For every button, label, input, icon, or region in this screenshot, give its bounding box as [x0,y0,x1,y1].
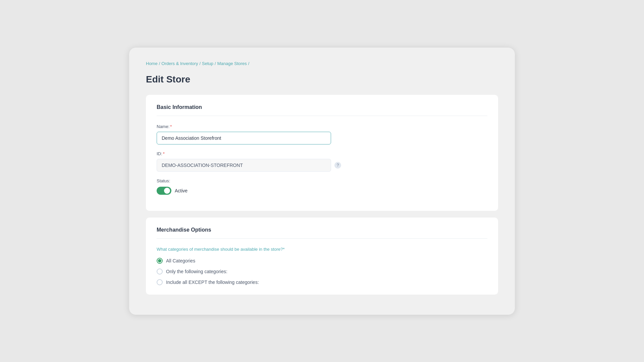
page-title: Edit Store [146,74,498,85]
id-input [157,159,331,172]
merchandise-radio-group: All Categories Only the following catego… [157,258,487,285]
radio-all-categories[interactable]: All Categories [157,258,487,264]
merchandise-options-title: Merchandise Options [157,227,487,239]
breadcrumb-manage-stores[interactable]: Manage Stores [217,61,247,66]
name-label: Name:* [157,124,487,129]
radio-circle-all [157,258,163,264]
basic-information-title: Basic Information [157,104,487,116]
breadcrumb-sep2: / [199,61,201,66]
radio-circle-except [157,279,163,285]
breadcrumb-sep1: / [159,61,160,66]
breadcrumb-home[interactable]: Home [146,61,158,66]
breadcrumb: Home / Orders & Inventory / Setup / Mana… [146,61,498,66]
status-form-group: Status: Active [157,178,487,195]
breadcrumb-sep3: / [215,61,216,66]
merchandise-options-card: Merchandise Options What categories of m… [146,218,498,295]
id-row: ? [157,159,487,172]
toggle-slider [157,187,171,195]
name-form-group: Name:* [157,124,487,144]
radio-label-only: Only the following categories: [166,269,227,274]
status-text: Active [175,188,187,193]
radio-label-except: Include all EXCEPT the following categor… [166,280,259,285]
radio-circle-only [157,268,163,275]
basic-information-card: Basic Information Name:* ID:* ? Status: [146,95,498,211]
radio-only-categories[interactable]: Only the following categories: [157,268,487,275]
name-input[interactable] [157,132,331,144]
status-toggle[interactable] [157,187,171,195]
radio-label-all: All Categories [166,258,195,263]
status-label: Status: [157,178,487,183]
merchandise-question: What categories of merchandise should be… [157,247,487,252]
breadcrumb-setup[interactable]: Setup [202,61,213,66]
id-form-group: ID:* ? [157,151,487,172]
breadcrumb-orders-inventory[interactable]: Orders & Inventory [161,61,198,66]
radio-except-categories[interactable]: Include all EXCEPT the following categor… [157,279,487,285]
breadcrumb-sep4: / [248,61,250,66]
id-label: ID:* [157,151,487,156]
main-container: Home / Orders & Inventory / Setup / Mana… [129,48,515,315]
status-row: Active [157,187,487,195]
id-help-icon[interactable]: ? [334,162,341,169]
